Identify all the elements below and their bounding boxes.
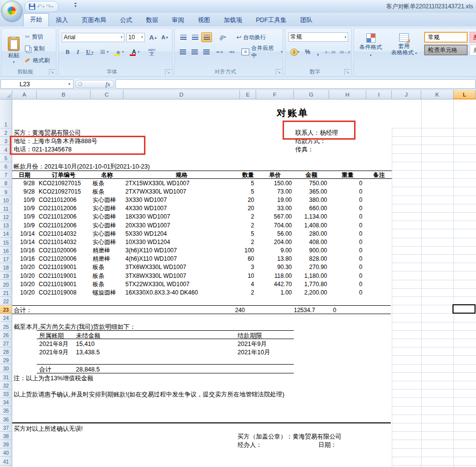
cell-date[interactable]: 10/14	[12, 238, 37, 246]
row-header-23[interactable]: 23	[0, 305, 12, 314]
format-painter-button[interactable]: 格式刷	[25, 55, 50, 65]
cell-date[interactable]: 10/9	[12, 196, 37, 204]
cell-date[interactable]: 10/20	[12, 280, 37, 288]
header-price[interactable]: 单价	[256, 171, 294, 178]
row-header-12[interactable]: 12	[0, 213, 12, 221]
cell-order[interactable]: KCO210927015	[37, 188, 91, 196]
column-header[interactable]: B	[37, 90, 91, 99]
cell-name[interactable]: 螺旋圆棒	[91, 289, 123, 296]
row-header-11[interactable]: 11	[0, 204, 12, 213]
row-header-25[interactable]: 25	[0, 322, 12, 330]
confirm-note-cell[interactable]: 以上货款请惠予确认,并及时安排到期账款!(如在交易过程中发生争议，提交卖方所在地…	[14, 391, 285, 398]
cell-weight[interactable]: 0	[329, 230, 366, 238]
decrease-indent-button[interactable]: ⇤≡	[214, 47, 225, 57]
cell-order[interactable]: CO211019008	[37, 289, 91, 296]
cell-order[interactable]: CO211012006	[37, 213, 91, 221]
header-amount[interactable]: 金额	[294, 171, 329, 178]
cell-spec[interactable]: 2TX7WX330L WD1007	[123, 188, 240, 196]
cell-date[interactable]: 10/9	[12, 213, 37, 221]
align-left-button[interactable]	[178, 47, 189, 57]
row-header-21[interactable]: 21	[0, 289, 12, 297]
cell-spec[interactable]: 5X330 WD1204	[123, 230, 240, 238]
ribbon-tab[interactable]: 加载项	[217, 14, 249, 26]
column-header[interactable]: J	[392, 90, 421, 99]
paste-button[interactable]: 粘贴▾	[4, 31, 24, 68]
cell-spec[interactable]: 3TX8WX330L WD1007	[123, 272, 240, 280]
cell-weight[interactable]: 0	[329, 196, 366, 204]
cell-weight[interactable]: 0	[329, 280, 366, 288]
customize-qat-button[interactable]: ▾	[74, 3, 76, 8]
cell-name[interactable]: 板条	[91, 263, 123, 271]
debt-period-cell[interactable]: 2021年9月	[39, 348, 69, 356]
cell-qty[interactable]: 3	[240, 263, 256, 271]
cell-qty[interactable]: 2	[240, 213, 256, 221]
debt-amount-cell[interactable]: 13,438.5	[76, 348, 100, 356]
row-header-40[interactable]: 40	[0, 448, 12, 457]
total-label-cell[interactable]: 合计：	[14, 306, 32, 314]
formula-input[interactable]	[116, 79, 476, 89]
header-name[interactable]: 名称	[91, 171, 123, 178]
cell-name[interactable]: 实心圆棒	[91, 213, 123, 221]
copy-button[interactable]: 复制	[25, 44, 50, 53]
total-weight-cell[interactable]: 0	[333, 306, 336, 314]
debt-total-amount[interactable]: 28,848.5	[76, 366, 100, 373]
cell-weight[interactable]: 0	[329, 255, 366, 263]
row-header-6[interactable]: 6	[0, 162, 12, 171]
align-middle-button[interactable]	[190, 32, 200, 42]
row-header-10[interactable]: 10	[0, 196, 12, 204]
row-header-38[interactable]: 38	[0, 432, 12, 440]
ribbon-tab[interactable]: 审阅	[165, 14, 191, 26]
row-header-14[interactable]: 14	[0, 229, 12, 238]
confirm2-cell[interactable]: 买方对以上所述确认无误!	[14, 425, 83, 433]
row-header-17[interactable]: 17	[0, 255, 12, 263]
cell-spec[interactable]: 3X330 WD1007	[123, 196, 240, 204]
alignment-dialog-launcher[interactable]: ↘	[276, 69, 282, 75]
cell-order[interactable]: KCO210927015	[37, 179, 91, 187]
column-header[interactable]: G	[294, 90, 329, 99]
cell-price[interactable]: 56.00	[256, 230, 294, 238]
column-header[interactable]: I	[366, 90, 392, 99]
row-header-37[interactable]: 37	[0, 423, 12, 432]
row-header-32[interactable]: 32	[0, 381, 12, 390]
fill-color-button[interactable]: ◆ ▾	[113, 47, 127, 57]
ribbon-tab[interactable]: 开始	[23, 13, 49, 26]
row-header-36[interactable]: 36	[0, 415, 12, 423]
cell-qty[interactable]: 20	[240, 204, 256, 212]
cell-spec[interactable]: 5TX22WX330L WD1007	[123, 280, 240, 288]
cell-amount[interactable]: 828.00	[294, 255, 329, 263]
agent-cell[interactable]: 经办人：	[238, 441, 262, 449]
cell-qty[interactable]: 5	[240, 188, 256, 196]
italic-button[interactable]: I	[73, 47, 82, 57]
cell-name[interactable]: 板条	[91, 280, 123, 288]
cell-price[interactable]: 13.80	[256, 255, 294, 263]
column-header[interactable]: E	[240, 90, 256, 99]
bold-button[interactable]: B	[63, 47, 72, 57]
cell-name[interactable]: 实心圆棒	[91, 230, 123, 238]
row-header-15[interactable]: 15	[0, 238, 12, 246]
row-header-20[interactable]: 20	[0, 280, 12, 288]
cell-amount[interactable]: 1,180.00	[294, 272, 329, 280]
cell-order[interactable]: CO211012006	[37, 221, 91, 229]
cell-order[interactable]: CO211020006	[37, 246, 91, 254]
name-box[interactable]: L23▼	[0, 79, 73, 89]
percent-style-button[interactable]: %	[303, 47, 312, 57]
font-dialog-launcher[interactable]: ↘	[165, 69, 171, 75]
cell-order[interactable]: CO211014032	[37, 230, 91, 238]
cell-spec[interactable]: 18X330 WD1007	[123, 213, 240, 221]
cell-qty[interactable]: 100	[240, 246, 256, 254]
row-header-5[interactable]: 5	[0, 154, 12, 162]
cell-order[interactable]: CO211014032	[37, 238, 91, 246]
borders-button[interactable]: ⊞ ▾	[97, 47, 112, 57]
cell-price[interactable]: 704.00	[256, 221, 294, 229]
row-header-39[interactable]: 39	[0, 440, 12, 448]
cell-qty[interactable]: 2	[240, 221, 256, 229]
cell-weight[interactable]: 0	[329, 221, 366, 229]
cell-price[interactable]: 19.00	[256, 196, 294, 204]
row-header-34[interactable]: 34	[0, 398, 12, 406]
cell-amount[interactable]: 900.00	[294, 246, 329, 254]
cell-price[interactable]: 567.00	[256, 213, 294, 221]
cell-weight[interactable]: 0	[329, 238, 366, 246]
cell-weight[interactable]: 0	[329, 204, 366, 212]
cell-price[interactable]: 9.00	[256, 246, 294, 254]
redo-dropdown-icon[interactable]: ▾	[51, 5, 53, 9]
